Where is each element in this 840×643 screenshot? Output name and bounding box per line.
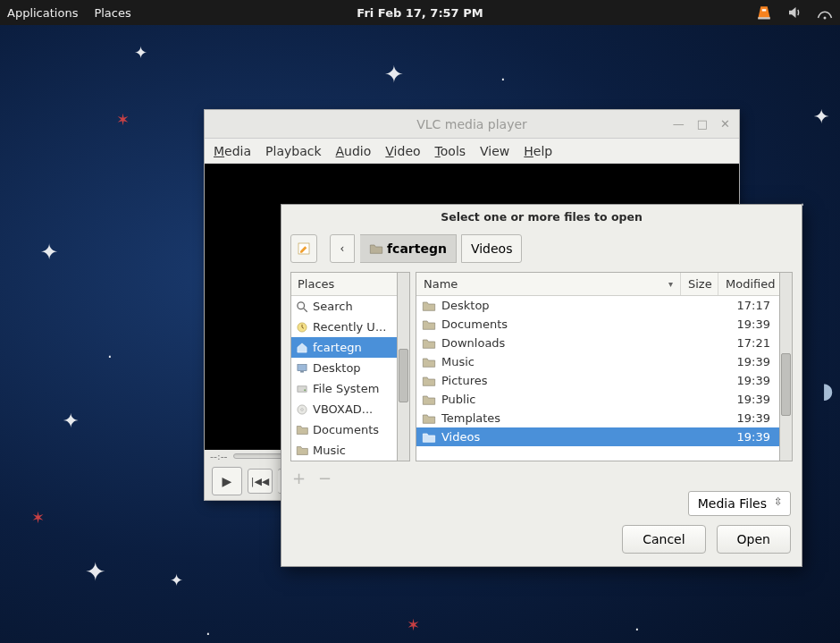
vlc-tray-icon[interactable] — [756, 4, 772, 21]
places-item[interactable]: Documents — [291, 419, 397, 440]
svg-rect-7 — [298, 364, 307, 370]
maximize-icon[interactable]: □ — [697, 117, 708, 131]
file-row[interactable]: Documents19:39 — [416, 315, 779, 334]
file-open-dialog: Select one or more files to open ‹ fcart… — [281, 204, 802, 567]
file-row[interactable]: Videos19:39 — [416, 427, 779, 446]
svg-point-4 — [298, 301, 305, 309]
minimize-icon[interactable]: — — [673, 117, 685, 131]
file-name: Templates — [441, 411, 500, 425]
panel-clock[interactable]: Fri Feb 17, 7:57 PM — [357, 6, 483, 20]
path-crumb-home[interactable]: fcartegn — [360, 234, 457, 263]
menu-playback[interactable]: Playback — [265, 144, 321, 158]
svg-rect-0 — [758, 17, 770, 19]
cancel-button[interactable]: Cancel — [622, 525, 705, 554]
vlc-menubar: Media Playback Audio Video Tools View He… — [205, 139, 739, 164]
places-item-label: Music — [313, 444, 346, 457]
open-button[interactable]: Open — [717, 525, 791, 554]
places-item-label: File System — [313, 382, 379, 395]
places-menu[interactable]: Places — [94, 6, 130, 20]
menu-help[interactable]: Help — [524, 144, 552, 158]
file-scrollbar[interactable] — [780, 272, 793, 461]
places-item[interactable]: Music — [291, 440, 397, 461]
network-icon[interactable] — [817, 4, 833, 21]
menu-video[interactable]: Video — [385, 144, 420, 158]
time-elapsed: --:-- — [210, 451, 228, 462]
places-item[interactable]: Desktop — [291, 358, 397, 378]
edit-path-button[interactable] — [290, 234, 317, 263]
vlc-titlebar[interactable]: VLC media player — □ ✕ — [205, 110, 739, 139]
folder-icon — [422, 412, 436, 425]
file-name: Downloads — [441, 336, 505, 350]
places-sidebar: Places SearchRecently U...fcartegnDeskto… — [290, 272, 398, 461]
volume-icon[interactable] — [786, 4, 802, 21]
column-name[interactable]: Name ▾ — [416, 273, 681, 295]
file-modified: 19:39 — [718, 430, 779, 444]
svg-point-10 — [304, 389, 306, 391]
column-modified[interactable]: Modified — [718, 273, 779, 295]
places-item[interactable]: Recently U... — [291, 317, 397, 337]
play-button[interactable]: ▶ — [212, 467, 242, 495]
svg-point-2 — [824, 17, 827, 20]
gnome-top-panel: Applications Places Fri Feb 17, 7:57 PM — [0, 0, 840, 25]
folder-icon — [422, 337, 436, 350]
file-modified: 19:39 — [718, 355, 779, 368]
column-size[interactable]: Size — [681, 273, 718, 295]
places-item[interactable]: File System — [291, 378, 397, 399]
menu-tools[interactable]: Tools — [435, 144, 466, 158]
places-item-label: fcartegn — [313, 341, 362, 354]
svg-rect-9 — [298, 385, 307, 391]
remove-bookmark-button[interactable]: − — [318, 469, 332, 487]
sort-indicator-icon: ▾ — [668, 279, 673, 289]
svg-rect-8 — [300, 371, 304, 372]
file-row[interactable]: Music19:39 — [416, 352, 779, 371]
places-item[interactable]: Search — [291, 296, 397, 317]
path-bar: ‹ fcartegn Videos — [281, 231, 802, 272]
file-name: Documents — [441, 317, 508, 331]
file-row[interactable]: Public19:39 — [416, 390, 779, 409]
svg-point-12 — [301, 408, 304, 410]
places-item-label: Desktop — [313, 361, 361, 375]
close-icon[interactable]: ✕ — [720, 117, 730, 131]
file-modified: 19:39 — [718, 393, 779, 406]
places-item[interactable]: VBOXAD... — [291, 399, 397, 419]
places-scrollbar[interactable] — [398, 272, 410, 461]
file-name: Desktop — [441, 299, 490, 312]
folder-icon — [422, 431, 436, 444]
menu-view[interactable]: View — [480, 144, 509, 158]
file-columns-header: Name ▾ Size Modified — [416, 273, 779, 296]
folder-icon — [422, 375, 436, 387]
places-item-label: Recently U... — [313, 320, 386, 334]
svg-line-5 — [304, 308, 307, 311]
file-row[interactable]: Templates19:39 — [416, 409, 779, 427]
places-item[interactable]: fcartegn — [291, 337, 397, 358]
folder-icon — [422, 393, 436, 406]
file-row[interactable]: Downloads17:21 — [416, 334, 779, 352]
file-list-pane: Name ▾ Size Modified Desktop17:17Documen… — [416, 272, 780, 461]
file-type-filter[interactable]: Media Files — [688, 491, 791, 516]
svg-rect-1 — [762, 9, 767, 11]
applications-menu[interactable]: Applications — [7, 6, 78, 20]
places-header: Places — [291, 273, 397, 296]
file-name: Pictures — [441, 374, 487, 387]
file-name: Music — [441, 355, 475, 368]
menu-audio[interactable]: Audio — [336, 144, 372, 158]
file-row[interactable]: Pictures19:39 — [416, 371, 779, 390]
file-name: Videos — [441, 430, 480, 444]
previous-button[interactable]: |◀◀ — [248, 469, 273, 494]
file-modified: 19:39 — [718, 411, 779, 425]
places-item-label: Documents — [313, 423, 379, 436]
folder-icon — [422, 318, 436, 331]
file-modified: 19:39 — [718, 317, 779, 331]
places-item-label: Search — [313, 300, 353, 313]
file-modified: 19:39 — [718, 374, 779, 387]
places-item-label: VBOXAD... — [313, 402, 373, 416]
path-back-button[interactable]: ‹ — [330, 234, 355, 263]
folder-icon — [422, 356, 436, 368]
menu-media[interactable]: Media — [214, 144, 251, 158]
add-bookmark-button[interactable]: + — [292, 469, 306, 487]
file-modified: 17:21 — [718, 336, 779, 350]
path-crumb-videos[interactable]: Videos — [461, 234, 523, 263]
dialog-title: Select one or more files to open — [281, 205, 802, 231]
file-row[interactable]: Desktop17:17 — [416, 296, 779, 315]
file-name: Public — [441, 393, 475, 406]
